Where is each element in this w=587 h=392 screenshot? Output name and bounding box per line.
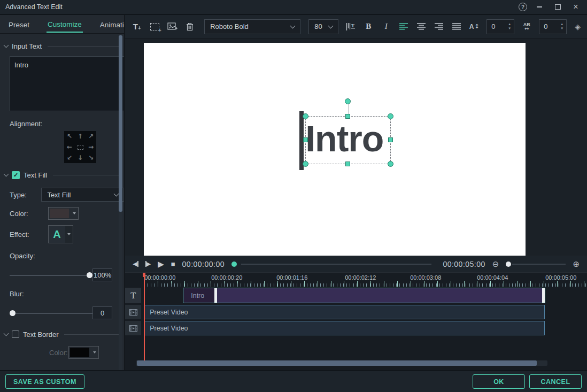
opacity-label: Opacity: bbox=[0, 252, 124, 260]
handle-right[interactable] bbox=[388, 137, 393, 142]
vertical-text-icon[interactable]: T bbox=[345, 19, 356, 34]
handle-bottom-right[interactable] bbox=[388, 161, 393, 167]
blur-slider[interactable] bbox=[10, 310, 92, 316]
handle-top-left[interactable] bbox=[303, 113, 308, 119]
align-top-right-icon[interactable]: ↗ bbox=[88, 133, 94, 140]
blur-value[interactable]: 0 bbox=[92, 306, 112, 319]
effect-picker[interactable]: A bbox=[48, 225, 73, 243]
timeline-text-clip[interactable]: Intro bbox=[183, 288, 545, 303]
close-icon[interactable]: × bbox=[570, 2, 582, 12]
handle-bottom[interactable] bbox=[345, 162, 350, 166]
line-spacing-value: 0 bbox=[487, 22, 508, 30]
line-spacing-icon[interactable]: A↕ bbox=[469, 19, 480, 34]
align-top-left-icon[interactable]: ↖ bbox=[67, 133, 72, 140]
border-color-picker[interactable] bbox=[68, 346, 99, 359]
input-text-field[interactable] bbox=[10, 56, 125, 111]
zoom-slider-handle[interactable] bbox=[506, 262, 511, 267]
spinner-arrows[interactable]: ▲▼ bbox=[560, 23, 566, 30]
italic-button[interactable]: I bbox=[381, 19, 391, 34]
timeline-scrollbar[interactable] bbox=[136, 360, 547, 366]
alignment-pad[interactable]: ↖ ↑ ↗ ← → ↙ ↓ ↘ bbox=[64, 131, 96, 163]
align-left-button[interactable] bbox=[398, 19, 409, 34]
blur-label: Blur: bbox=[0, 290, 124, 298]
spinner-arrows[interactable]: ▲▼ bbox=[508, 23, 514, 30]
text-fill-section-header[interactable]: ✓ Text Fill bbox=[0, 170, 124, 180]
stop-icon[interactable]: ■ bbox=[171, 260, 175, 268]
maximize-icon[interactable] bbox=[552, 2, 563, 12]
line-spacing-input[interactable]: 0 ▲▼ bbox=[486, 19, 514, 34]
handle-top[interactable] bbox=[345, 114, 350, 119]
window-title: Advanced Text Edit bbox=[5, 3, 63, 11]
tab-customize[interactable]: Customize bbox=[47, 16, 83, 33]
align-right-icon[interactable]: → bbox=[88, 143, 94, 151]
letter-spacing-input[interactable]: 0 ▲▼ bbox=[539, 19, 567, 34]
delete-icon[interactable] bbox=[184, 19, 195, 34]
fill-type-select[interactable]: Text Fill bbox=[41, 188, 124, 202]
text-fill-checkbox[interactable]: ✓ bbox=[12, 171, 20, 179]
seek-bar[interactable] bbox=[231, 262, 436, 267]
panel-scrollbar-thumb[interactable] bbox=[119, 35, 122, 212]
rotation-handle[interactable] bbox=[345, 98, 351, 104]
next-frame-icon[interactable]: ▶ bbox=[145, 260, 151, 267]
border-color-swatch[interactable] bbox=[70, 348, 89, 357]
fill-color-dropdown[interactable] bbox=[70, 207, 78, 219]
add-image-icon[interactable] bbox=[167, 19, 177, 34]
add-textbox-icon[interactable]: + bbox=[149, 19, 160, 34]
blur-slider-knob[interactable] bbox=[10, 310, 16, 316]
video-clip-label: Preset Video bbox=[150, 325, 188, 332]
font-family-select[interactable]: Roboto Bold bbox=[204, 19, 300, 34]
align-right-button[interactable] bbox=[434, 19, 444, 34]
handle-bottom-left[interactable] bbox=[303, 161, 308, 167]
font-size-select[interactable]: 80 bbox=[308, 19, 338, 34]
opacity-slider-knob[interactable] bbox=[87, 272, 92, 278]
opacity-slider[interactable] bbox=[10, 272, 92, 278]
timeline-scrollbar-thumb[interactable] bbox=[137, 360, 537, 366]
align-bottom-icon[interactable]: ↓ bbox=[78, 154, 83, 162]
zoom-in-icon[interactable]: ⊕ bbox=[573, 259, 580, 269]
border-color-dropdown[interactable] bbox=[90, 347, 98, 358]
align-top-icon[interactable]: ↑ bbox=[78, 133, 83, 140]
handle-left[interactable] bbox=[303, 137, 308, 142]
cancel-button[interactable]: CANCEL bbox=[529, 374, 582, 389]
opacity-value[interactable]: 100% bbox=[92, 268, 112, 281]
collapse-chevron-icon bbox=[4, 171, 9, 176]
bold-button[interactable]: B bbox=[363, 19, 374, 34]
help-icon[interactable]: ? bbox=[519, 3, 527, 11]
timeline-zoom-slider[interactable] bbox=[506, 262, 566, 267]
text-border-section-header[interactable]: Text Border bbox=[0, 329, 124, 340]
ok-button[interactable]: OK bbox=[473, 374, 525, 389]
selection-box[interactable] bbox=[305, 116, 391, 164]
save-as-custom-button[interactable]: SAVE AS CUSTOM bbox=[5, 374, 84, 389]
effect-preview[interactable]: A bbox=[49, 226, 65, 243]
seek-handle[interactable] bbox=[231, 262, 237, 267]
tab-animation[interactable]: Animation bbox=[99, 17, 125, 32]
minimize-icon[interactable] bbox=[534, 2, 545, 12]
play-icon[interactable]: ▶ bbox=[158, 259, 164, 269]
collapse-chevron-icon bbox=[4, 330, 9, 336]
previous-frame-icon[interactable]: ◀ bbox=[133, 260, 138, 267]
letter-spacing-icon[interactable]: AB↔ bbox=[521, 19, 532, 34]
fill-color-swatch[interactable] bbox=[50, 209, 69, 218]
align-bottom-left-icon[interactable]: ↙ bbox=[67, 154, 72, 162]
align-justify-button[interactable] bbox=[451, 19, 462, 34]
keyframe-icon[interactable]: ◈ bbox=[575, 22, 581, 31]
fill-color-picker[interactable] bbox=[48, 207, 79, 220]
align-left-icon[interactable]: ← bbox=[67, 143, 72, 151]
add-text-icon[interactable]: T+ bbox=[132, 19, 142, 34]
zoom-out-icon[interactable]: ⊖ bbox=[492, 259, 499, 269]
video-canvas[interactable]: Intro bbox=[144, 43, 526, 256]
playhead-line[interactable] bbox=[144, 273, 145, 363]
handle-top-right[interactable] bbox=[388, 113, 393, 119]
align-center-icon[interactable] bbox=[78, 145, 83, 150]
clip-trim-handle[interactable] bbox=[542, 288, 545, 303]
effect-dropdown[interactable] bbox=[65, 226, 73, 243]
video-clip-label: Preset Video bbox=[150, 309, 188, 316]
input-text-section-header[interactable]: Input Text bbox=[0, 41, 124, 51]
timeline-video-clip[interactable]: Preset Video bbox=[144, 321, 545, 335]
align-bottom-right-icon[interactable]: ↘ bbox=[88, 154, 94, 162]
timeline-video-clip[interactable]: Preset Video bbox=[144, 305, 545, 319]
tab-preset[interactable]: Preset bbox=[7, 17, 30, 32]
align-center-button[interactable] bbox=[416, 19, 427, 34]
panel-scrollbar[interactable] bbox=[119, 35, 122, 370]
text-border-checkbox[interactable] bbox=[12, 330, 19, 338]
